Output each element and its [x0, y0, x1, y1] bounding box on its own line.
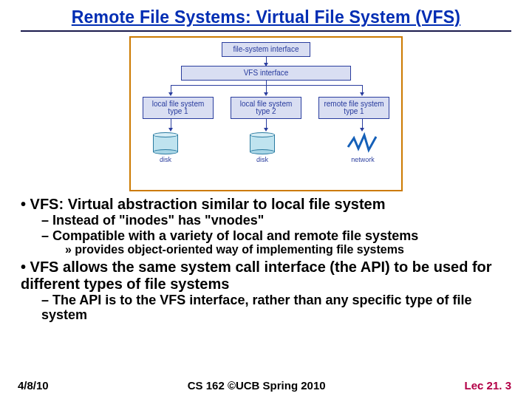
slide-title: Remote File Systems: Virtual File System…: [21, 7, 511, 27]
network-icon: [347, 132, 379, 154]
slide: Remote File Systems: Virtual File System…: [0, 0, 532, 399]
diagram-row-storage: disk disk network: [137, 132, 395, 163]
disk-icon: [250, 132, 275, 154]
diagram-row-top: file-system interface: [137, 42, 395, 57]
bullet-l2-2: Compatible with a variety of local and r…: [41, 228, 511, 244]
bullet-l2-1: Instead of "inodes" has "vnodes": [41, 213, 511, 228]
footer-course: CS 162 ©UCB Spring 2010: [188, 379, 326, 392]
bullet-l1-2: VFS allows the same system call interfac…: [21, 259, 511, 293]
bullet-l1-1: VFS: Virtual abstraction similar to loca…: [21, 196, 511, 213]
footer-date: 4/8/10: [18, 379, 49, 392]
footer: 4/8/10 CS 162 ©UCB Spring 2010 Lec 21. 3: [18, 379, 511, 392]
box-local-fs-2: local file system type 2: [231, 97, 301, 119]
network-label: network: [347, 156, 379, 163]
disk-label-2: disk: [250, 156, 275, 163]
footer-lecture: Lec 21. 3: [465, 379, 511, 392]
disk-2: disk: [250, 132, 275, 163]
bullet-l2-3: The API is to the VFS interface, rather …: [41, 293, 511, 323]
disk-label-1: disk: [153, 156, 178, 163]
bullet-content: VFS: Virtual abstraction similar to loca…: [21, 196, 511, 323]
box-fs-interface: file-system interface: [222, 42, 310, 57]
box-vfs-interface: VFS interface: [181, 66, 351, 81]
bullet-l3-1: provides object-oriented way of implemen…: [65, 243, 511, 256]
disk-icon: [153, 132, 178, 154]
diagram-row-mid: VFS interface: [137, 66, 395, 81]
connector-bottom: [137, 119, 395, 132]
title-underline: [21, 30, 511, 32]
connector-1: [137, 57, 395, 66]
connector-fan: [137, 81, 395, 97]
vfs-diagram: file-system interface VFS interface loca…: [129, 36, 403, 191]
diagram-row-leaf: local file system type 1 local file syst…: [137, 97, 395, 119]
network-node: network: [347, 132, 379, 163]
disk-1: disk: [153, 132, 178, 163]
box-local-fs-1: local file system type 1: [143, 97, 214, 119]
box-remote-fs-1: remote file system type 1: [318, 97, 389, 119]
